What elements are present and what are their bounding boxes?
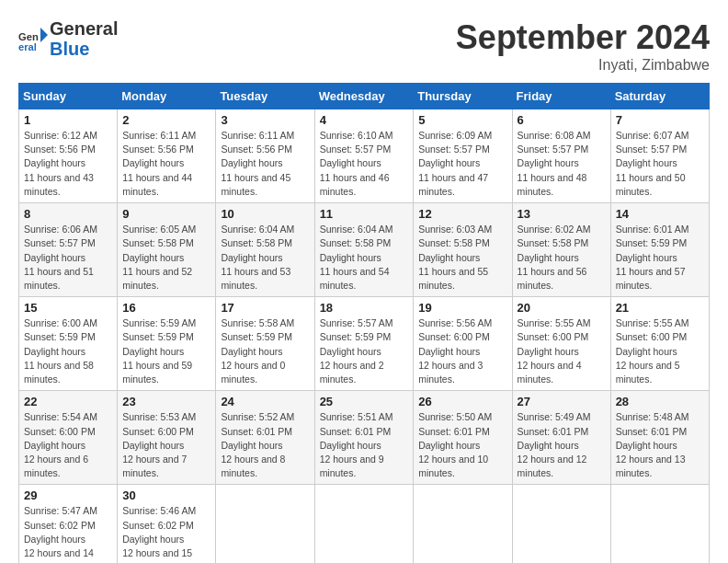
table-row: 11 Sunrise: 6:04 AM Sunset: 5:58 PM Dayl…	[314, 203, 414, 297]
daylight-value: 12 hours and 3 minutes.	[418, 360, 483, 385]
sunrise-label: Sunrise: 5:50 AM	[418, 411, 492, 422]
daylight-label: Daylight hours	[122, 346, 184, 357]
day-number: 24	[221, 395, 309, 408]
daylight-value: 12 hours and 0 minutes.	[221, 360, 285, 385]
daylight-label: Daylight hours	[418, 157, 480, 168]
table-row: 19 Sunrise: 5:56 AM Sunset: 6:00 PM Dayl…	[414, 297, 512, 391]
daylight-value: 12 hours and 12 minutes.	[518, 454, 587, 478]
daylight-label: Daylight hours	[616, 252, 677, 263]
day-info: Sunrise: 6:04 AM Sunset: 5:58 PM Dayligh…	[221, 223, 309, 293]
day-info: Sunrise: 5:57 AM Sunset: 5:59 PM Dayligh…	[320, 316, 409, 386]
empty-cell	[314, 485, 414, 563]
logo-blue: Blue	[50, 39, 118, 59]
table-row: 29 Sunrise: 5:47 AM Sunset: 6:02 PM Dayl…	[19, 485, 118, 563]
sunrise-label: Sunrise: 5:59 AM	[122, 317, 196, 328]
day-number: 19	[418, 301, 506, 315]
day-info: Sunrise: 5:54 AM Sunset: 6:00 PM Dayligh…	[24, 410, 112, 480]
sunrise-label: Sunrise: 6:04 AM	[221, 224, 294, 235]
day-info: Sunrise: 6:07 AM Sunset: 5:57 PM Dayligh…	[616, 129, 704, 199]
day-info: Sunrise: 6:01 AM Sunset: 5:59 PM Dayligh…	[616, 223, 704, 293]
day-info: Sunrise: 5:56 AM Sunset: 6:00 PM Dayligh…	[418, 316, 506, 386]
table-row: 4 Sunrise: 6:10 AM Sunset: 5:57 PM Dayli…	[314, 109, 414, 203]
daylight-label: Daylight hours	[24, 440, 85, 451]
day-number: 10	[221, 207, 309, 221]
sunrise-label: Sunrise: 5:58 AM	[221, 317, 294, 328]
table-row: 7 Sunrise: 6:07 AM Sunset: 5:57 PM Dayli…	[610, 109, 709, 203]
daylight-value: 11 hours and 54 minutes.	[320, 266, 390, 291]
table-row: 21 Sunrise: 5:55 AM Sunset: 6:00 PM Dayl…	[610, 297, 709, 391]
table-row: 23 Sunrise: 5:53 AM Sunset: 6:00 PM Dayl…	[118, 391, 216, 485]
day-info: Sunrise: 6:11 AM Sunset: 5:56 PM Dayligh…	[122, 129, 210, 199]
sunrise-label: Sunrise: 6:01 AM	[616, 224, 689, 235]
col-wednesday: Wednesday	[314, 84, 414, 109]
daylight-label: Daylight hours	[418, 252, 480, 263]
daylight-value: 11 hours and 50 minutes.	[616, 172, 686, 197]
sunrise-label: Sunrise: 5:53 AM	[122, 411, 196, 422]
daylight-value: 12 hours and 13 minutes.	[616, 454, 686, 478]
daylight-value: 12 hours and 9 minutes.	[320, 454, 384, 478]
daylight-label: Daylight hours	[518, 252, 579, 263]
sunset-label: Sunset: 5:58 PM	[418, 237, 490, 248]
sunrise-label: Sunrise: 6:03 AM	[418, 224, 492, 235]
table-row: 25 Sunrise: 5:51 AM Sunset: 6:01 PM Dayl…	[314, 391, 414, 485]
sunrise-label: Sunrise: 6:06 AM	[24, 224, 97, 235]
sunset-label: Sunset: 6:00 PM	[518, 331, 589, 342]
day-info: Sunrise: 5:47 AM Sunset: 6:02 PM Dayligh…	[24, 504, 112, 563]
sunrise-label: Sunrise: 5:57 AM	[320, 317, 393, 328]
sunset-label: Sunset: 6:01 PM	[616, 426, 688, 437]
day-number: 23	[122, 395, 210, 408]
table-row: 12 Sunrise: 6:03 AM Sunset: 5:58 PM Dayl…	[414, 203, 512, 297]
month-title: September 2024	[456, 18, 710, 57]
day-info: Sunrise: 6:04 AM Sunset: 5:58 PM Dayligh…	[320, 223, 409, 293]
daylight-label: Daylight hours	[616, 157, 677, 168]
col-friday: Friday	[512, 84, 610, 109]
sunset-label: Sunset: 6:00 PM	[122, 426, 194, 437]
col-saturday: Saturday	[610, 84, 709, 109]
sunrise-label: Sunrise: 6:12 AM	[24, 130, 97, 141]
daylight-label: Daylight hours	[221, 252, 282, 263]
calendar-week-row: 15 Sunrise: 6:00 AM Sunset: 5:59 PM Dayl…	[19, 297, 710, 391]
daylight-value: 12 hours and 6 minutes.	[24, 454, 88, 478]
daylight-label: Daylight hours	[616, 346, 677, 357]
daylight-label: Daylight hours	[320, 440, 381, 451]
day-info: Sunrise: 5:48 AM Sunset: 6:01 PM Dayligh…	[616, 410, 704, 480]
sunrise-label: Sunrise: 5:46 AM	[122, 505, 196, 516]
day-number: 14	[616, 207, 704, 221]
day-number: 6	[518, 113, 606, 127]
table-row: 8 Sunrise: 6:06 AM Sunset: 5:57 PM Dayli…	[19, 203, 118, 297]
sunset-label: Sunset: 5:57 PM	[418, 144, 490, 155]
day-number: 21	[616, 301, 704, 315]
table-row: 10 Sunrise: 6:04 AM Sunset: 5:58 PM Dayl…	[216, 203, 314, 297]
day-info: Sunrise: 6:06 AM Sunset: 5:57 PM Dayligh…	[24, 223, 112, 293]
sunset-label: Sunset: 5:57 PM	[320, 144, 392, 155]
sunrise-label: Sunrise: 6:08 AM	[518, 130, 591, 141]
empty-cell	[610, 485, 709, 563]
table-row: 2 Sunrise: 6:11 AM Sunset: 5:56 PM Dayli…	[118, 109, 216, 203]
daylight-label: Daylight hours	[320, 346, 381, 357]
table-row: 22 Sunrise: 5:54 AM Sunset: 6:00 PM Dayl…	[19, 391, 118, 485]
table-row: 17 Sunrise: 5:58 AM Sunset: 5:59 PM Dayl…	[216, 297, 314, 391]
table-row: 14 Sunrise: 6:01 AM Sunset: 5:59 PM Dayl…	[610, 203, 709, 297]
daylight-value: 12 hours and 14 minutes.	[24, 547, 94, 563]
sunrise-label: Sunrise: 6:07 AM	[616, 130, 689, 141]
daylight-value: 12 hours and 15 minutes.	[122, 547, 192, 563]
table-row: 5 Sunrise: 6:09 AM Sunset: 5:57 PM Dayli…	[414, 109, 512, 203]
logo: Gen eral General Blue	[18, 18, 118, 59]
calendar-week-row: 8 Sunrise: 6:06 AM Sunset: 5:57 PM Dayli…	[19, 203, 710, 297]
col-monday: Monday	[118, 84, 216, 109]
day-number: 5	[418, 113, 506, 127]
sunrise-label: Sunrise: 6:11 AM	[221, 130, 294, 141]
sunset-label: Sunset: 5:59 PM	[122, 331, 194, 342]
table-row: 3 Sunrise: 6:11 AM Sunset: 5:56 PM Dayli…	[216, 109, 314, 203]
day-number: 18	[320, 301, 409, 315]
col-sunday: Sunday	[19, 84, 118, 109]
day-number: 30	[122, 488, 210, 502]
sunrise-label: Sunrise: 5:55 AM	[616, 317, 689, 328]
sunrise-label: Sunrise: 5:48 AM	[616, 411, 689, 422]
daylight-value: 11 hours and 43 minutes.	[24, 172, 94, 197]
calendar-table: Sunday Monday Tuesday Wednesday Thursday…	[18, 83, 710, 563]
table-row: 1 Sunrise: 6:12 AM Sunset: 5:56 PM Dayli…	[19, 109, 118, 203]
day-info: Sunrise: 6:11 AM Sunset: 5:56 PM Dayligh…	[221, 129, 309, 199]
sunset-label: Sunset: 5:57 PM	[518, 144, 589, 155]
daylight-label: Daylight hours	[122, 157, 184, 168]
